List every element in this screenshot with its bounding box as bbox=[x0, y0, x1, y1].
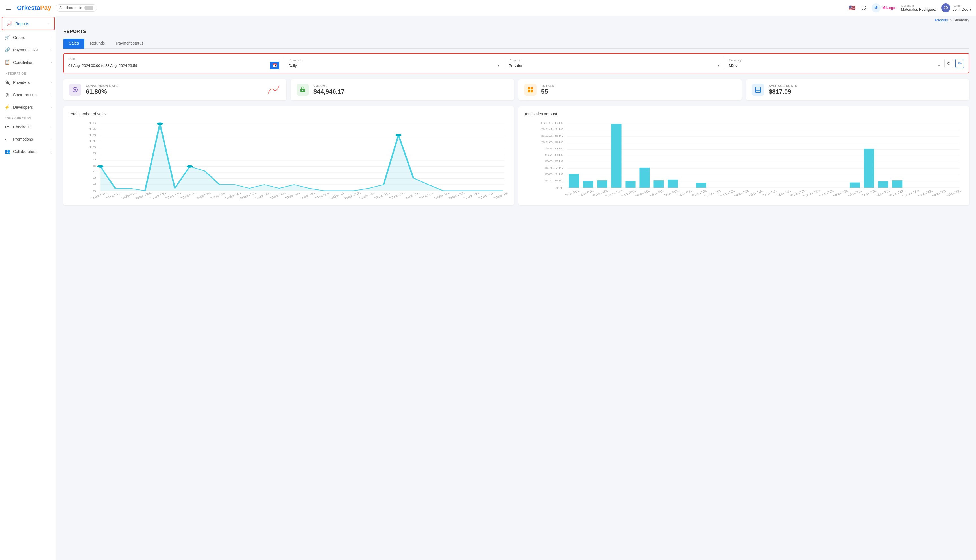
fullscreen-button[interactable]: ⛶ bbox=[861, 5, 866, 10]
filter-actions: ↻ ✏ bbox=[944, 59, 964, 68]
svg-text:Jue 15: Jue 15 bbox=[761, 190, 779, 197]
nav-left: OrkestaPay Sandbox mode bbox=[5, 4, 97, 12]
sidebar-item-payment-links[interactable]: 🔗 Payment links › bbox=[0, 44, 56, 56]
logo-orkesta: Orkesta bbox=[17, 4, 40, 11]
admin-info[interactable]: JD Admin John Doe ▾ bbox=[941, 3, 971, 12]
hamburger-button[interactable] bbox=[5, 5, 12, 11]
sandbox-label: Sandbox mode bbox=[59, 6, 82, 10]
sidebar-item-conciliation[interactable]: 📋 Conciliation › bbox=[0, 56, 56, 68]
provider-select[interactable]: Provider bbox=[509, 63, 720, 68]
currency-select[interactable]: MXN USD EUR bbox=[729, 63, 940, 68]
sidebar-item-reports[interactable]: 📈 Reports › bbox=[2, 17, 55, 30]
page-content: REPORTS Sales Refunds Payment status Dat… bbox=[57, 25, 976, 560]
main-content: Reports > Summary REPORTS Sales Refunds … bbox=[57, 16, 976, 560]
sidebar-item-providers[interactable]: 🔌 Providers › bbox=[0, 76, 56, 88]
hamburger-line-3 bbox=[6, 9, 11, 10]
tab-refunds[interactable]: Refunds bbox=[84, 39, 110, 48]
filter-currency-label: Currency bbox=[729, 58, 940, 62]
svg-text:Mar 13: Mar 13 bbox=[268, 192, 287, 199]
volume-icon bbox=[297, 83, 309, 96]
svg-text:4: 4 bbox=[92, 170, 96, 173]
reports-label: Reports bbox=[15, 22, 29, 26]
conversion-svg bbox=[72, 87, 78, 93]
filter-divider-3 bbox=[724, 58, 724, 69]
merchant-label: Merchant bbox=[901, 4, 936, 7]
svg-rect-104 bbox=[892, 180, 902, 188]
svg-text:Mar 20: Mar 20 bbox=[373, 192, 392, 199]
payment-links-label: Payment links bbox=[13, 48, 38, 52]
edit-button[interactable]: ✏ bbox=[955, 59, 964, 68]
svg-text:$1.6K: $1.6K bbox=[545, 179, 564, 182]
svg-text:$9.4K: $9.4K bbox=[545, 147, 564, 150]
tab-payment-status[interactable]: Payment status bbox=[110, 39, 149, 48]
date-display: 01 Aug, 2024 00:00 to 28 Aug, 2024 23:59 bbox=[68, 63, 268, 68]
sidebar-item-smart-routing[interactable]: ◎ Smart routing › bbox=[0, 88, 56, 101]
svg-text:Jue 08: Jue 08 bbox=[662, 190, 680, 197]
svg-rect-102 bbox=[864, 149, 874, 188]
svg-text:$3.1K: $3.1K bbox=[545, 172, 564, 175]
reports-chevron: › bbox=[48, 22, 49, 26]
svg-text:Jue 01: Jue 01 bbox=[90, 192, 108, 199]
toggle-switch[interactable] bbox=[84, 6, 93, 10]
svg-text:$15.6K: $15.6K bbox=[541, 122, 564, 125]
svg-text:$6.2K: $6.2K bbox=[545, 160, 564, 163]
hamburger-line-1 bbox=[6, 6, 11, 7]
logo: OrkestaPay bbox=[17, 4, 51, 12]
svg-text:10: 10 bbox=[88, 146, 96, 149]
sidebar-item-developers[interactable]: ⚡ Developers › bbox=[0, 101, 56, 113]
svg-point-38 bbox=[97, 165, 103, 168]
calendar-button[interactable]: 📅 bbox=[270, 62, 279, 70]
svg-rect-101 bbox=[850, 183, 860, 188]
admin-text: Admin John Doe ▾ bbox=[953, 4, 971, 12]
svg-rect-93 bbox=[583, 181, 593, 188]
conciliation-label: Conciliation bbox=[13, 60, 33, 65]
stat-volume: VOLUME $44,940.17 bbox=[291, 79, 514, 100]
providers-icon: 🔌 bbox=[5, 80, 10, 85]
conversion-rate-icon bbox=[69, 83, 81, 96]
nav-right: 🇺🇸 ⛶ Mi MiLogo Merchant Materiales Rodri… bbox=[849, 3, 971, 12]
svg-text:$12.5K: $12.5K bbox=[541, 134, 564, 137]
merchant-logo: Mi MiLogo bbox=[871, 3, 895, 12]
sidebar-item-checkout[interactable]: 🛍 Checkout › bbox=[0, 121, 56, 133]
hamburger-line-2 bbox=[6, 8, 11, 8]
filter-provider-label: Provider bbox=[509, 58, 720, 62]
checkout-label: Checkout bbox=[13, 125, 30, 129]
sidebar-item-orders[interactable]: 🛒 Orders › bbox=[0, 31, 56, 44]
svg-text:Mié 07: Mié 07 bbox=[179, 192, 197, 199]
svg-text:$10.9K: $10.9K bbox=[541, 140, 564, 144]
bar-chart-title: Total sales amount bbox=[524, 112, 964, 116]
checkout-icon: 🛍 bbox=[5, 125, 10, 130]
breadcrumb: Reports > Summary bbox=[57, 16, 976, 25]
svg-text:6: 6 bbox=[92, 158, 96, 161]
orders-icon: 🛒 bbox=[5, 35, 10, 40]
collaborators-chevron: › bbox=[50, 150, 52, 153]
sidebar-item-collaborators[interactable]: 👥 Collaborators › bbox=[0, 145, 56, 158]
conversion-rate-label: CONVERSION RATE bbox=[86, 84, 262, 88]
top-nav: OrkestaPay Sandbox mode 🇺🇸 ⛶ Mi MiLogo M… bbox=[0, 0, 976, 16]
breadcrumb-parent[interactable]: Reports bbox=[935, 18, 948, 22]
developers-label: Developers bbox=[13, 105, 33, 110]
conciliation-icon: 📋 bbox=[5, 60, 10, 65]
breadcrumb-separator: > bbox=[950, 18, 952, 22]
conciliation-chevron: › bbox=[50, 60, 52, 64]
svg-marker-37 bbox=[100, 124, 503, 191]
volume-label: VOLUME bbox=[314, 84, 508, 88]
svg-text:2: 2 bbox=[92, 182, 96, 185]
svg-point-40 bbox=[187, 165, 193, 168]
promotions-label: Promotions bbox=[13, 137, 33, 142]
svg-text:Jue 15: Jue 15 bbox=[299, 192, 317, 199]
refresh-button[interactable]: ↻ bbox=[944, 59, 953, 68]
sidebar-item-promotions[interactable]: 🏷 Promotions › bbox=[0, 133, 56, 145]
svg-text:Jue 08: Jue 08 bbox=[194, 192, 212, 199]
sandbox-toggle[interactable]: Sandbox mode bbox=[56, 4, 97, 12]
svg-rect-7 bbox=[531, 90, 533, 92]
periodicity-select[interactable]: Daily Weekly Monthly bbox=[289, 63, 500, 68]
svg-text:Vie 02: Vie 02 bbox=[105, 192, 123, 199]
flag-icon[interactable]: 🇺🇸 bbox=[849, 5, 856, 11]
svg-text:Mié 28: Mié 28 bbox=[492, 192, 508, 199]
collaborators-icon: 👥 bbox=[5, 149, 10, 154]
tab-sales[interactable]: Sales bbox=[63, 39, 84, 48]
svg-point-39 bbox=[157, 122, 163, 125]
orders-label: Orders bbox=[13, 35, 25, 40]
svg-rect-96 bbox=[625, 181, 636, 188]
